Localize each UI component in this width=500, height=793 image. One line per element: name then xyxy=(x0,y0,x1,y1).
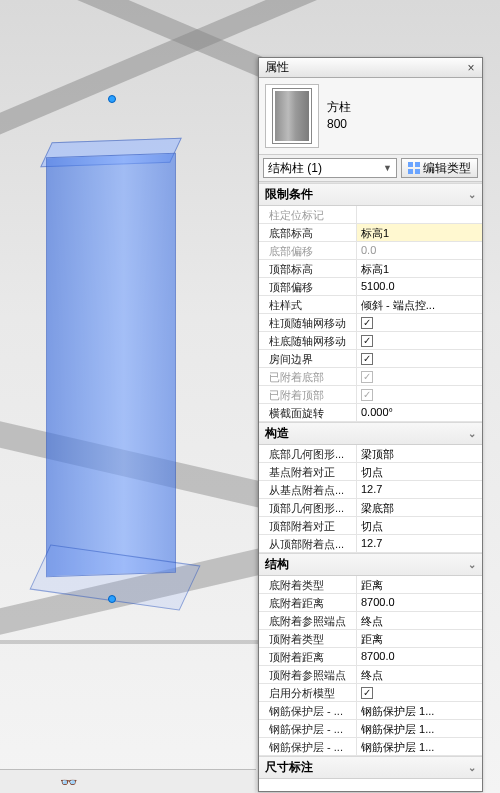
property-value[interactable]: 标高1 xyxy=(357,260,482,277)
property-row[interactable]: 底部几何图形...梁顶部 xyxy=(259,445,482,463)
close-icon[interactable]: × xyxy=(464,61,478,75)
property-value[interactable]: ✓ xyxy=(357,332,482,349)
property-value[interactable]: 0.0 xyxy=(357,242,482,259)
category-label: 尺寸标注 xyxy=(265,759,313,776)
status-bar: 👓 xyxy=(0,769,256,793)
property-row[interactable]: 顶部附着对正切点 xyxy=(259,517,482,535)
property-row[interactable]: 顶部标高标高1 xyxy=(259,260,482,278)
property-row[interactable]: 柱顶随轴网移动✓ xyxy=(259,314,482,332)
property-row[interactable]: 钢筋保护层 - ...钢筋保护层 1... xyxy=(259,738,482,756)
collapse-icon[interactable]: ⌄ xyxy=(468,428,476,439)
property-row[interactable]: 钢筋保护层 - ...钢筋保护层 1... xyxy=(259,702,482,720)
property-label: 底附着类型 xyxy=(259,576,357,593)
grip-top[interactable] xyxy=(108,95,116,103)
type-family: 方柱 xyxy=(327,99,351,116)
category-header[interactable]: 构造⌄ xyxy=(259,422,482,445)
checkbox[interactable]: ✓ xyxy=(361,317,373,329)
property-row[interactable]: 柱样式倾斜 - 端点控... xyxy=(259,296,482,314)
property-grid[interactable]: 限制条件⌄柱定位标记底部标高标高1底部偏移0.0顶部标高标高1顶部偏移5100.… xyxy=(259,182,482,791)
property-label: 从基点附着点... xyxy=(259,481,357,498)
property-value[interactable]: ✓ xyxy=(357,350,482,367)
property-value[interactable]: 终点 xyxy=(357,612,482,629)
property-value[interactable]: 切点 xyxy=(357,517,482,534)
property-value[interactable]: 终点 xyxy=(357,666,482,683)
property-row[interactable]: 从顶部附着点...12.7 xyxy=(259,535,482,553)
property-row[interactable]: 已附着顶部✓ xyxy=(259,386,482,404)
property-label: 顶附着距离 xyxy=(259,648,357,665)
property-value[interactable]: ✓ xyxy=(357,684,482,701)
property-value[interactable]: 切点 xyxy=(357,463,482,480)
property-label: 顶部附着对正 xyxy=(259,517,357,534)
property-value[interactable]: 梁底部 xyxy=(357,499,482,516)
property-label: 顶附着参照端点 xyxy=(259,666,357,683)
checkbox[interactable]: ✓ xyxy=(361,353,373,365)
checkbox[interactable]: ✓ xyxy=(361,335,373,347)
property-row[interactable]: 基点附着对正切点 xyxy=(259,463,482,481)
property-row[interactable]: 从基点附着点...12.7 xyxy=(259,481,482,499)
type-thumbnail xyxy=(265,84,319,148)
property-value[interactable]: ✓ xyxy=(357,314,482,331)
category-header[interactable]: 限制条件⌄ xyxy=(259,183,482,206)
checkbox[interactable]: ✓ xyxy=(361,687,373,699)
category-header[interactable]: 尺寸标注⌄ xyxy=(259,756,482,779)
property-value[interactable]: 8700.0 xyxy=(357,594,482,611)
panel-titlebar[interactable]: 属性 × xyxy=(259,58,482,78)
property-row[interactable]: 顶附着参照端点终点 xyxy=(259,666,482,684)
property-row[interactable]: 底附着距离8700.0 xyxy=(259,594,482,612)
type-selector[interactable]: 方柱 800 xyxy=(259,78,482,155)
property-value[interactable] xyxy=(357,206,482,223)
property-label: 从顶部附着点... xyxy=(259,535,357,552)
property-label: 启用分析模型 xyxy=(259,684,357,701)
property-row[interactable]: 顶部几何图形...梁底部 xyxy=(259,499,482,517)
property-row[interactable]: 柱定位标记 xyxy=(259,206,482,224)
property-value[interactable]: ✓ xyxy=(357,368,482,385)
property-value[interactable]: 倾斜 - 端点控... xyxy=(357,296,482,313)
property-row[interactable]: 启用分析模型✓ xyxy=(259,684,482,702)
edit-type-button[interactable]: 编辑类型 xyxy=(401,158,478,178)
property-row[interactable]: 底附着类型距离 xyxy=(259,576,482,594)
property-row[interactable]: 底部标高标高1 xyxy=(259,224,482,242)
property-value[interactable]: 距离 xyxy=(357,630,482,647)
property-row[interactable]: 横截面旋转0.000° xyxy=(259,404,482,422)
property-row[interactable]: 已附着底部✓ xyxy=(259,368,482,386)
properties-panel: 属性 × 方柱 800 结构柱 (1) ▼ 编辑类型 限制条件⌄柱定位标记底部标… xyxy=(258,57,483,792)
property-value[interactable]: 钢筋保护层 1... xyxy=(357,720,482,737)
collapse-icon[interactable]: ⌄ xyxy=(468,189,476,200)
property-row[interactable]: 钢筋保护层 - ...钢筋保护层 1... xyxy=(259,720,482,738)
property-row[interactable]: 底附着参照端点终点 xyxy=(259,612,482,630)
property-value[interactable]: 标高1 xyxy=(357,224,482,241)
property-value[interactable]: 钢筋保护层 1... xyxy=(357,738,482,755)
property-row[interactable]: 柱底随轴网移动✓ xyxy=(259,332,482,350)
property-row[interactable]: 底部偏移0.0 xyxy=(259,242,482,260)
property-label: 房间边界 xyxy=(259,350,357,367)
property-value[interactable]: 5100.0 xyxy=(357,278,482,295)
collapse-icon[interactable]: ⌄ xyxy=(468,559,476,570)
grip-bottom[interactable] xyxy=(108,595,116,603)
property-label: 顶部偏移 xyxy=(259,278,357,295)
property-label: 横截面旋转 xyxy=(259,404,357,421)
property-label: 钢筋保护层 - ... xyxy=(259,702,357,719)
property-label: 钢筋保护层 - ... xyxy=(259,720,357,737)
filter-text: 结构柱 (1) xyxy=(268,160,322,177)
selected-column[interactable] xyxy=(46,153,176,578)
checkbox: ✓ xyxy=(361,371,373,383)
property-value[interactable]: 距离 xyxy=(357,576,482,593)
property-row[interactable]: 顶附着距离8700.0 xyxy=(259,648,482,666)
property-value[interactable]: 梁顶部 xyxy=(357,445,482,462)
property-value[interactable]: 12.7 xyxy=(357,535,482,552)
property-value[interactable]: 0.000° xyxy=(357,404,482,421)
category-label: 构造 xyxy=(265,425,289,442)
property-label: 钢筋保护层 - ... xyxy=(259,738,357,755)
property-row[interactable]: 房间边界✓ xyxy=(259,350,482,368)
property-value[interactable]: 12.7 xyxy=(357,481,482,498)
property-label: 柱顶随轴网移动 xyxy=(259,314,357,331)
element-filter-combo[interactable]: 结构柱 (1) ▼ xyxy=(263,158,397,178)
property-value[interactable]: 8700.0 xyxy=(357,648,482,665)
category-header[interactable]: 结构⌄ xyxy=(259,553,482,576)
property-row[interactable]: 顶部偏移5100.0 xyxy=(259,278,482,296)
collapse-icon[interactable]: ⌄ xyxy=(468,762,476,773)
property-value[interactable]: 钢筋保护层 1... xyxy=(357,702,482,719)
view-icon[interactable]: 👓 xyxy=(60,774,77,790)
property-value[interactable]: ✓ xyxy=(357,386,482,403)
property-row[interactable]: 顶附着类型距离 xyxy=(259,630,482,648)
